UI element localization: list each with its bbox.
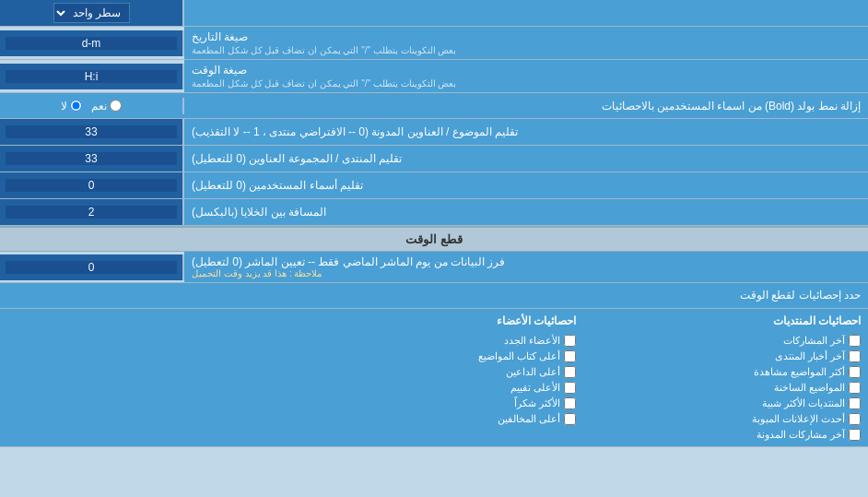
realtime-section-header: قطع الوقت	[0, 226, 868, 252]
bold-label: إزالة نمط بولد (Bold) من اسماء المستخدمي…	[184, 96, 868, 116]
lines-select[interactable]: سطر واحد	[53, 3, 130, 23]
titles-trim-value[interactable]	[0, 119, 184, 145]
checkbox-latest-news[interactable]	[849, 350, 861, 362]
users-trim-value[interactable]	[0, 172, 184, 198]
checkbox-latest-blog-posts[interactable]	[849, 429, 861, 441]
users-trim-input[interactable]	[6, 179, 177, 192]
col2-header: احصائيات الأعضاء	[292, 314, 577, 327]
checkbox-latest-posts[interactable]	[849, 335, 861, 347]
label-top-writers: أعلى كتاب المواضيع	[478, 350, 560, 362]
checkbox-top-rated[interactable]	[564, 382, 576, 394]
title-row: سطر واحد	[0, 0, 868, 27]
checkbox-most-thanked[interactable]	[564, 397, 576, 409]
checkbox-latest-ads[interactable]	[849, 413, 861, 425]
list-item: أعلى المخالفين	[292, 413, 577, 425]
forum-trim-label: تقليم المنتدى / المجموعة العناوين (0 للت…	[184, 146, 868, 172]
checkbox-hot-topics[interactable]	[849, 382, 861, 394]
label-most-thanked: الأكثر شكراً	[514, 397, 560, 409]
bold-radio-options: نعم لا	[0, 98, 184, 114]
forum-trim-row: تقليم المنتدى / المجموعة العناوين (0 للت…	[0, 146, 868, 172]
titles-trim-input[interactable]	[6, 125, 177, 138]
realtime-label: فرز البيانات من يوم الماشر الماضي فقط --…	[184, 252, 868, 282]
label-most-viewed: أكثر المواضيع مشاهدة	[754, 366, 845, 378]
list-item: آخر المشاركات	[576, 335, 861, 347]
radio-yes-label[interactable]: نعم	[91, 100, 122, 112]
label-latest-ads: أحدث الإعلانات المبوبة	[752, 413, 845, 425]
label-top-inviters: أعلى الداعين	[506, 366, 560, 378]
list-item: أعلى كتاب المواضيع	[292, 350, 577, 362]
checkbox-top-writers[interactable]	[564, 350, 576, 362]
checkbox-new-members[interactable]	[564, 335, 576, 347]
time-format-label: صيغة الوقت بعض التكوينات يتطلب "/" التي …	[184, 60, 868, 92]
checkbox-most-viewed[interactable]	[849, 366, 861, 378]
list-item: آخر مشاركات المدونة	[576, 429, 861, 441]
list-item: الأعلى تقييم	[292, 382, 577, 394]
checkboxes-grid: احصائيات المنتديات آخر المشاركات آخر أخب…	[7, 314, 861, 441]
space-value[interactable]	[0, 199, 184, 225]
list-item: أحدث الإعلانات المبوبة	[576, 413, 861, 425]
stats-limit-label: حدد إحصائيات لقطع الوقت	[7, 289, 861, 302]
label-hot-topics: المواضيع الساخنة	[774, 382, 845, 394]
label-top-violators: أعلى المخالفين	[498, 413, 560, 425]
checkbox-top-inviters[interactable]	[564, 366, 576, 378]
radio-no[interactable]	[70, 100, 82, 112]
forum-trim-input[interactable]	[6, 152, 177, 165]
list-item: المنتديات الأكثر شبية	[576, 397, 861, 409]
checkbox-top-violators[interactable]	[564, 413, 576, 425]
label-top-rated: الأعلى تقييم	[510, 382, 560, 394]
date-format-value[interactable]	[0, 30, 184, 56]
checkbox-most-similar[interactable]	[849, 397, 861, 409]
label-latest-news: آخر أخبار المنتدى	[775, 350, 845, 362]
time-format-value[interactable]	[0, 64, 184, 89]
label-new-members: الأعضاء الجدد	[504, 335, 560, 347]
stats-limit-row: حدد إحصائيات لقطع الوقت	[0, 283, 868, 309]
users-trim-label: تقليم أسماء المستخدمين (0 للتعطيل)	[184, 172, 868, 198]
stats-limit-col	[7, 314, 292, 441]
forum-trim-value[interactable]	[0, 146, 184, 172]
label-most-similar: المنتديات الأكثر شبية	[762, 397, 845, 409]
date-format-label: صيغة التاريخ بعض التكوينات يتطلب "/" الت…	[184, 27, 868, 59]
titles-trim-label: تقليم الموضوع / العناوين المدونة (0 -- ا…	[184, 119, 868, 145]
date-format-input[interactable]	[6, 37, 177, 50]
label-latest-blog-posts: آخر مشاركات المدونة	[757, 429, 845, 441]
label-latest-posts: آخر المشاركات	[783, 335, 845, 347]
list-item: أكثر المواضيع مشاهدة	[576, 366, 861, 378]
checkboxes-area: احصائيات المنتديات آخر المشاركات آخر أخب…	[0, 309, 868, 447]
time-format-row: صيغة الوقت بعض التكوينات يتطلب "/" التي …	[0, 60, 868, 93]
realtime-input[interactable]	[6, 261, 177, 274]
realtime-value[interactable]	[0, 254, 184, 280]
time-format-input[interactable]	[6, 70, 177, 83]
member-stats-col: احصائيات الأعضاء الأعضاء الجدد أعلى كتاب…	[292, 314, 577, 441]
radio-yes[interactable]	[110, 100, 122, 112]
top-dropdown[interactable]: سطر واحد	[0, 0, 184, 26]
list-item: الأكثر شكراً	[292, 397, 577, 409]
col1-header: احصائيات المنتديات	[576, 314, 861, 327]
list-item: الأعضاء الجدد	[292, 335, 577, 347]
titles-trim-row: تقليم الموضوع / العناوين المدونة (0 -- ا…	[0, 119, 868, 146]
list-item: المواضيع الساخنة	[576, 382, 861, 394]
bold-row: إزالة نمط بولد (Bold) من اسماء المستخدمي…	[0, 93, 868, 119]
page-title	[184, 9, 868, 17]
space-input[interactable]	[6, 206, 177, 219]
space-label: المسافة بين الخلايا (بالبكسل)	[184, 199, 868, 225]
list-item: آخر أخبار المنتدى	[576, 350, 861, 362]
realtime-row: فرز البيانات من يوم الماشر الماضي فقط --…	[0, 252, 868, 283]
radio-no-label[interactable]: لا	[61, 100, 82, 112]
list-item: أعلى الداعين	[292, 366, 577, 378]
forum-stats-col: احصائيات المنتديات آخر المشاركات آخر أخب…	[576, 314, 861, 441]
space-row: المسافة بين الخلايا (بالبكسل)	[0, 199, 868, 226]
date-format-row: صيغة التاريخ بعض التكوينات يتطلب "/" الت…	[0, 27, 868, 60]
main-container: سطر واحد صيغة التاريخ بعض التكوينات يتطل…	[0, 0, 868, 447]
users-trim-row: تقليم أسماء المستخدمين (0 للتعطيل)	[0, 172, 868, 199]
